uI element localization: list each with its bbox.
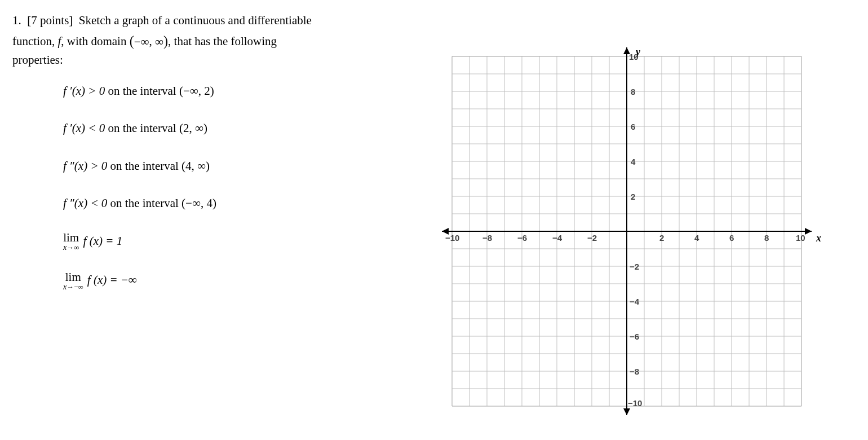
xtick-neg10: −10 [445,233,459,243]
arrow-right-icon [805,228,812,235]
problem-text: 1. [7 points] Sketch a graph of a contin… [12,11,401,310]
domain-open: ( [130,33,134,49]
xtick-neg2: −2 [587,233,597,243]
ytick-8: 8 [631,87,635,96]
intro-line1: Sketch a graph of a continuous and diffe… [79,14,312,27]
lim6-top: lim [63,271,83,283]
ytick-6: 6 [631,122,635,131]
intro-line2c: , that has the following [168,34,277,48]
property-list: f ′(x) > 0 on the interval (−∞, 2) f ′(x… [12,82,396,291]
arrow-down-icon [623,408,630,415]
xtick-4: 4 [694,233,699,243]
coordinate-grid: −10 −8 −6 −4 −2 2 4 6 8 10 10 8 6 4 2 −2… [407,45,847,417]
ytick-4: 4 [631,157,636,166]
prop1-int: (−∞, 2) [179,84,214,98]
xtick-10: 10 [796,233,805,243]
intro-line2a: function, [12,34,57,48]
property-4: f ″(x) < 0 on the interval (−∞, 4) [63,194,396,213]
graph-area: −10 −8 −6 −4 −2 2 4 6 8 10 10 8 6 4 2 −2… [401,11,847,417]
xtick-6: 6 [729,233,734,243]
limit-6: lim x→−∞ [63,271,83,291]
ytick-neg8: −8 [630,367,639,376]
prop5-rhs: f (x) = 1 [83,234,123,248]
lim6-bot: x→−∞ [63,283,83,291]
lim5-top: lim [63,232,79,244]
ytick-neg2: −2 [630,262,639,271]
xtick-neg4: −4 [552,233,563,243]
prop6-rhs: f (x) = −∞ [87,273,137,287]
xtick-2: 2 [659,233,664,243]
property-2: f ′(x) < 0 on the interval (2, ∞) [63,119,396,138]
prop4-int: (−∞, 4) [181,196,216,210]
xtick-neg8: −8 [482,233,492,243]
property-3: f ″(x) > 0 on the interval (4, ∞) [63,157,396,175]
problem-points: [7 points] [27,14,73,27]
ytick-2: 2 [631,192,635,201]
x-axis-label: x [816,232,821,244]
prop4-mid: on the interval [107,196,181,210]
problem-number: 1. [12,14,21,27]
intro-line2b: , with domain [61,34,129,48]
xtick-8: 8 [764,233,769,243]
domain-neginf: −∞ [134,35,149,49]
property-1: f ′(x) > 0 on the interval (−∞, 2) [63,82,396,100]
prop4-lhs: f ″(x) < 0 [63,196,107,210]
ytick-neg6: −6 [630,332,639,341]
ytick-neg4: −4 [630,297,640,306]
prop2-lhs: f ′(x) < 0 [63,121,105,135]
domain-posinf: ∞ [155,35,163,49]
property-5: lim x→∞ f (x) = 1 [63,232,396,252]
problem-intro: 1. [7 points] Sketch a graph of a contin… [12,11,396,69]
domain-comma: , [149,34,156,48]
grid-svg: −10 −8 −6 −4 −2 2 4 6 8 10 10 8 6 4 2 −2… [407,45,847,417]
lim5-bot: x→∞ [63,243,79,252]
ytick-neg10: −10 [628,398,642,408]
prop2-int: (2, ∞) [179,121,207,135]
prop1-lhs: f ′(x) > 0 [63,84,105,98]
prop3-lhs: f ″(x) > 0 [63,159,107,173]
prop3-int: (4, ∞) [181,159,210,173]
prop1-mid: on the interval [105,84,179,98]
prop2-mid: on the interval [105,121,179,135]
prop3-mid: on the interval [107,159,181,173]
y-axis-label: y [635,46,641,58]
xtick-neg6: −6 [517,233,527,243]
page: 1. [7 points] Sketch a graph of a contin… [12,11,857,417]
intro-line3: properties: [12,53,63,67]
limit-5: lim x→∞ [63,232,79,252]
property-6: lim x→−∞ f (x) = −∞ [63,271,396,291]
domain-close: ) [163,33,168,49]
